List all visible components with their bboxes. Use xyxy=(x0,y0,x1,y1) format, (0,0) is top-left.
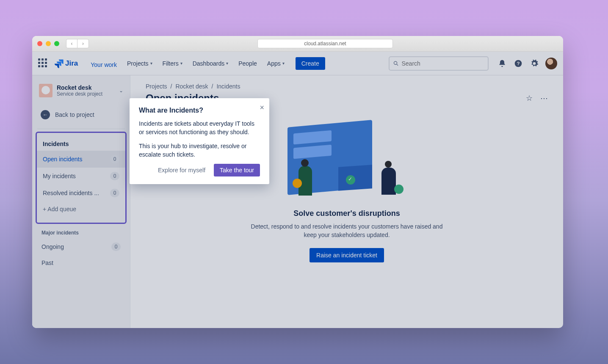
nav-people[interactable]: People xyxy=(234,58,261,69)
queue-my-incidents[interactable]: My incidents 0 xyxy=(37,168,125,185)
nav-filters[interactable]: Filters▾ xyxy=(158,58,187,69)
project-header[interactable]: Rocket desk Service desk project ⌄ xyxy=(36,82,127,99)
settings-icon[interactable] xyxy=(529,58,539,69)
chevron-down-icon: ▾ xyxy=(150,61,152,66)
svg-text:?: ? xyxy=(517,61,520,66)
jira-logo[interactable]: Jira xyxy=(54,59,78,68)
queue-label: My incidents xyxy=(43,173,76,179)
browser-nav-arrows: ‹ › xyxy=(66,39,89,48)
nav-your-work[interactable]: Your work xyxy=(86,58,121,77)
project-name: Rocket desk xyxy=(57,84,115,91)
browser-url-bar[interactable]: cloud.atlassian.net xyxy=(257,39,393,48)
queue-count: 0 xyxy=(111,243,121,251)
breadcrumb-project[interactable]: Rocket desk xyxy=(175,83,208,90)
section-incidents-title: Incidents xyxy=(37,137,125,151)
window-minimize[interactable] xyxy=(46,41,51,46)
nav-projects[interactable]: Projects▾ xyxy=(123,58,157,69)
back-to-project[interactable]: ← Back to project xyxy=(36,104,127,125)
close-icon[interactable]: × xyxy=(260,103,264,112)
sidebar: Rocket desk Service desk project ⌄ ← Bac… xyxy=(32,75,130,328)
breadcrumb: Projects / Rocket desk / Incidents xyxy=(146,83,548,90)
star-icon[interactable]: ☆ xyxy=(526,94,533,103)
raise-incident-button[interactable]: Raise an incident ticket xyxy=(310,248,384,262)
search-box[interactable] xyxy=(389,56,489,71)
window-close[interactable] xyxy=(37,41,42,46)
search-icon xyxy=(393,60,399,67)
incidents-queue-block: Incidents Open incidents 0 My incidents … xyxy=(36,132,127,224)
empty-state: Solve customer's disruptions Detect, res… xyxy=(237,121,457,262)
queue-count: 0 xyxy=(110,189,119,197)
browser-titlebar: ‹ › cloud.atlassian.net xyxy=(32,36,563,52)
queue-label: Open incidents xyxy=(43,156,82,163)
empty-description: Detect, respond to and resolve incidents… xyxy=(249,222,444,240)
add-queue-button[interactable]: + Add queue xyxy=(37,201,125,217)
svg-point-0 xyxy=(394,61,397,64)
section-major-incidents-title: Major incidents xyxy=(36,224,127,238)
create-button[interactable]: Create xyxy=(296,57,325,70)
onboarding-popover: × What are Incidents? Incidents are tick… xyxy=(130,98,269,184)
help-icon[interactable]: ? xyxy=(513,58,523,69)
jira-icon xyxy=(54,59,64,68)
chevron-down-icon: ▾ xyxy=(180,61,182,66)
window-maximize[interactable] xyxy=(54,41,59,46)
queue-open-incidents[interactable]: Open incidents 0 xyxy=(37,151,125,168)
queue-count: 0 xyxy=(110,155,119,163)
browser-back[interactable]: ‹ xyxy=(66,39,77,48)
breadcrumb-projects[interactable]: Projects xyxy=(146,83,167,90)
browser-forward[interactable]: › xyxy=(77,39,88,48)
jira-logo-text: Jira xyxy=(65,59,78,68)
more-icon[interactable]: ⋯ xyxy=(540,94,548,103)
popover-title: What are Incidents? xyxy=(139,107,260,114)
notifications-icon[interactable] xyxy=(497,58,507,69)
major-past[interactable]: Past xyxy=(36,255,127,270)
svg-line-1 xyxy=(397,64,398,65)
top-nav: Jira Your work Projects▾ Filters▾ Dashbo… xyxy=(32,52,563,75)
nav-apps[interactable]: Apps▾ xyxy=(263,58,289,69)
queue-label: Past xyxy=(41,259,53,266)
explore-button[interactable]: Explore for myself xyxy=(153,164,210,176)
empty-state-illustration xyxy=(275,121,419,201)
popover-body-2: This is your hub to investigate, resolve… xyxy=(139,142,260,159)
project-type: Service desk project xyxy=(57,91,115,97)
chevron-down-icon: ▾ xyxy=(282,61,285,66)
back-label: Back to project xyxy=(55,111,94,118)
take-tour-button[interactable]: Take the tour xyxy=(214,164,260,176)
window-controls xyxy=(37,41,59,46)
major-ongoing[interactable]: Ongoing 0 xyxy=(36,238,127,255)
breadcrumb-current[interactable]: Incidents xyxy=(216,83,240,90)
queue-label: Resolved incidents ... xyxy=(43,190,99,196)
search-input[interactable] xyxy=(401,60,484,67)
chevron-down-icon: ⌄ xyxy=(119,88,123,94)
back-arrow-icon: ← xyxy=(41,110,50,119)
empty-heading: Solve customer's disruptions xyxy=(237,209,457,218)
user-avatar[interactable] xyxy=(545,58,557,69)
nav-items: Your work Projects▾ Filters▾ Dashboards▾… xyxy=(86,58,288,69)
app-switcher-icon[interactable] xyxy=(38,58,48,69)
queue-label: Ongoing xyxy=(41,243,64,250)
popover-body-1: Incidents are tickets about everyday IT … xyxy=(139,119,260,137)
chevron-down-icon: ▾ xyxy=(226,61,228,66)
nav-dashboards[interactable]: Dashboards▾ xyxy=(188,58,233,69)
queue-resolved-incidents[interactable]: Resolved incidents ... 0 xyxy=(37,185,125,201)
divider xyxy=(37,129,125,129)
project-avatar xyxy=(39,84,53,97)
queue-count: 0 xyxy=(110,172,119,180)
